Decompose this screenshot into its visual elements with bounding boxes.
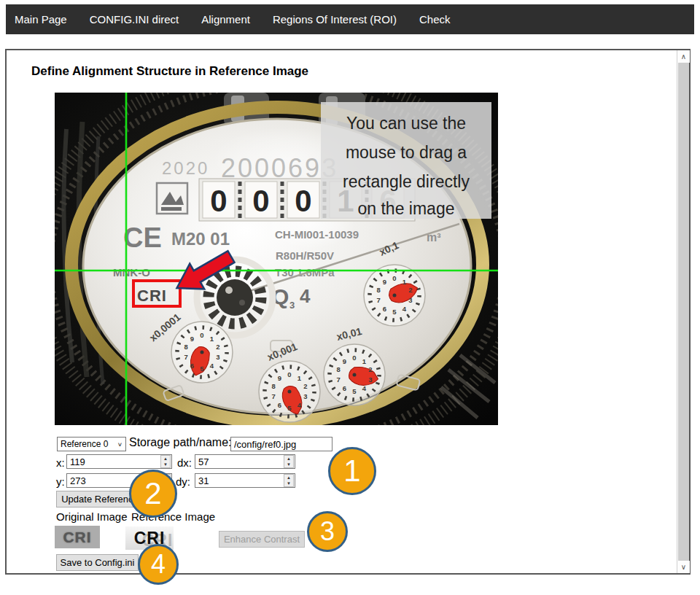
- svg-text:3: 3: [368, 376, 372, 384]
- svg-text:4: 4: [300, 285, 311, 307]
- save-to-config-button[interactable]: Save to Config.ini: [56, 554, 139, 571]
- nav-item-main-page[interactable]: Main Page: [15, 13, 67, 26]
- svg-text:CH-MI001-10039: CH-MI001-10039: [275, 228, 359, 241]
- nav-item-alignment[interactable]: Alignment: [201, 13, 250, 26]
- meter-logo: [157, 183, 187, 214]
- x-input-spinner[interactable]: ▲ ▼: [160, 455, 171, 468]
- storage-path-input[interactable]: [230, 437, 332, 451]
- nav-item-roi[interactable]: Regions Of Interest (ROI): [273, 13, 397, 26]
- svg-text:5: 5: [352, 387, 357, 395]
- svg-text:5: 5: [392, 308, 397, 316]
- svg-text:0: 0: [352, 354, 356, 362]
- nav-item-config-ini[interactable]: CONFIG.INI direct: [90, 13, 179, 26]
- svg-text:0: 0: [210, 184, 227, 218]
- svg-text:5: 5: [200, 365, 204, 373]
- svg-text:2: 2: [408, 286, 412, 294]
- top-nav: Main Page CONFIG.INI direct Alignment Re…: [6, 4, 694, 34]
- svg-text:4: 4: [210, 362, 214, 370]
- annotation-step-2: 2: [129, 470, 177, 518]
- svg-text:You can use the: You can use the: [346, 114, 466, 133]
- svg-text:CE: CE: [123, 222, 162, 253]
- svg-text:6: 6: [343, 384, 346, 392]
- chevron-down-icon: ∨: [117, 441, 122, 448]
- svg-text:8: 8: [271, 382, 275, 390]
- svg-text:R80H/R50V: R80H/R50V: [276, 249, 334, 262]
- svg-text:1: 1: [362, 357, 367, 365]
- svg-text:8: 8: [336, 365, 340, 373]
- svg-text:0: 0: [200, 331, 203, 339]
- dial-x001: 0123456789: [324, 344, 385, 405]
- svg-text:2: 2: [368, 365, 372, 373]
- svg-text:4: 4: [402, 305, 407, 313]
- svg-text:1: 1: [298, 374, 302, 382]
- x-label: x:: [56, 456, 65, 469]
- storage-path-label: Storage path/name:: [129, 436, 232, 449]
- svg-text:0: 0: [287, 370, 291, 378]
- spin-up-icon[interactable]: ▲: [284, 475, 293, 481]
- dx-label: dx:: [177, 456, 192, 469]
- scroll-down-icon[interactable]: ∨: [677, 561, 690, 573]
- nav-item-check[interactable]: Check: [419, 13, 451, 26]
- spin-down-icon[interactable]: ▼: [284, 462, 293, 467]
- svg-text:3: 3: [216, 353, 219, 361]
- svg-text:7: 7: [184, 353, 187, 361]
- svg-text:7: 7: [271, 392, 275, 400]
- svg-text:on the image: on the image: [358, 199, 455, 218]
- svg-text:9: 9: [343, 357, 346, 365]
- hint-overlay: You can use the mouse to drag a rectangl…: [321, 102, 491, 219]
- dy-label: dy:: [176, 475, 190, 488]
- svg-text:rectangle directly: rectangle directly: [343, 172, 470, 191]
- svg-text:8: 8: [376, 286, 380, 294]
- dy-input[interactable]: [195, 473, 295, 488]
- x-input[interactable]: [66, 454, 172, 469]
- svg-text:6: 6: [278, 401, 281, 409]
- dy-input-spinner[interactable]: ▲ ▼: [284, 474, 294, 487]
- spin-up-icon[interactable]: ▲: [161, 456, 170, 462]
- spin-down-icon[interactable]: ▼: [161, 462, 170, 467]
- svg-text:0: 0: [392, 274, 396, 282]
- svg-text:9: 9: [278, 374, 281, 382]
- svg-text:MNK-O: MNK-O: [113, 266, 150, 279]
- dial-x00001: 0123456789: [171, 322, 233, 383]
- scroll-up-icon[interactable]: ∧: [677, 50, 690, 63]
- svg-text:3: 3: [408, 296, 412, 304]
- svg-text:mouse to drag a: mouse to drag a: [346, 143, 467, 162]
- svg-text:6: 6: [383, 305, 386, 313]
- dx-input[interactable]: [195, 454, 295, 469]
- annotation-step-3: 3: [307, 511, 348, 552]
- svg-text:2020: 2020: [162, 158, 209, 178]
- svg-text:4: 4: [298, 401, 302, 409]
- svg-text:7: 7: [376, 296, 380, 304]
- dial-x01: 0123456789: [364, 265, 425, 326]
- original-image-label: Original Image: [56, 510, 128, 523]
- alignment-label: CRI: [137, 287, 167, 305]
- reference-image-canvas[interactable]: 2020 2000693: [55, 93, 498, 425]
- enhance-contrast-button[interactable]: Enhance Contrast: [219, 531, 305, 548]
- svg-text:9: 9: [383, 278, 386, 286]
- meter-photo: 2020 2000693: [55, 93, 498, 425]
- reference-select[interactable]: Reference 0 ∨: [57, 437, 126, 451]
- svg-text:9: 9: [190, 335, 194, 343]
- svg-text:2: 2: [216, 343, 219, 351]
- dx-input-spinner[interactable]: ▲ ▼: [284, 455, 294, 468]
- spin-up-icon[interactable]: ▲: [284, 456, 293, 462]
- svg-text:3: 3: [289, 300, 295, 311]
- annotation-step-4: 4: [138, 544, 179, 585]
- svg-text:M20 01: M20 01: [171, 229, 230, 249]
- spin-down-icon[interactable]: ▼: [284, 481, 293, 486]
- scrollbar-thumb[interactable]: [678, 63, 689, 561]
- svg-text:5: 5: [287, 404, 292, 412]
- dial-x0001: 0123456789: [259, 361, 320, 422]
- svg-text:0: 0: [295, 184, 311, 218]
- page-title: Define Alignment Structure in Reference …: [31, 64, 308, 79]
- svg-text:6: 6: [190, 362, 194, 370]
- vertical-scrollbar[interactable]: ∧ ∨: [677, 50, 689, 573]
- svg-text:2: 2: [303, 382, 307, 390]
- svg-text:3: 3: [303, 392, 307, 400]
- svg-text:1: 1: [210, 335, 214, 343]
- app-root: Main Page CONFIG.INI direct Alignment Re…: [0, 0, 700, 595]
- y-label: y:: [56, 475, 65, 488]
- reference-select-value: Reference 0: [61, 439, 108, 449]
- annotation-step-1: 1: [328, 447, 376, 495]
- svg-text:0: 0: [252, 184, 269, 218]
